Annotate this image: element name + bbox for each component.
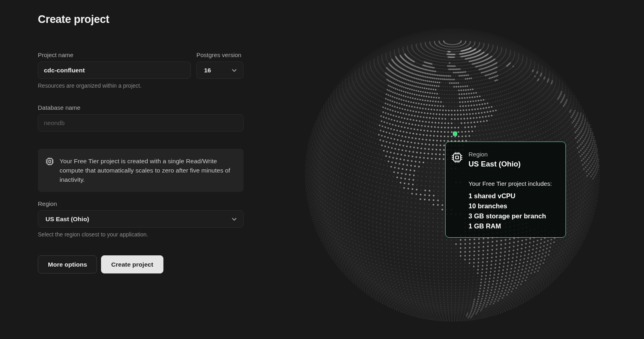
- includes-item: 1 shared vCPU: [469, 191, 558, 201]
- project-name-input[interactable]: [38, 62, 191, 79]
- create-project-panel: Create project Project name Postgres ver…: [38, 13, 244, 273]
- database-name-label: Database name: [38, 104, 244, 111]
- chevron-down-icon: [231, 67, 237, 74]
- includes-item: 10 branches: [469, 201, 558, 211]
- region-label: Region: [38, 200, 244, 207]
- free-tier-notice-text: Your Free Tier project is created with a…: [60, 156, 236, 184]
- create-project-button[interactable]: Create project: [101, 255, 163, 273]
- region-helper: Select the region closest to your applic…: [38, 231, 244, 238]
- free-tier-includes: Your Free Tier project includes: 1 share…: [469, 180, 558, 231]
- region-tooltip-card: Region US East (Ohio) Your Free Tier pro…: [445, 142, 566, 238]
- includes-list: 1 shared vCPU 10 branches 3 GB storage p…: [469, 191, 558, 231]
- database-name-input[interactable]: [38, 114, 244, 131]
- project-name-helper: Resources are organized within a project…: [38, 82, 244, 89]
- cpu-icon: [45, 157, 54, 166]
- region-card-value: US East (Ohio): [469, 159, 521, 169]
- includes-item: 3 GB storage per branch: [469, 211, 558, 221]
- chevron-down-icon: [231, 216, 237, 222]
- includes-title: Your Free Tier project includes:: [469, 180, 558, 187]
- includes-item: 1 GB RAM: [469, 221, 558, 231]
- cpu-icon: [451, 151, 463, 164]
- free-tier-notice: Your Free Tier project is created with a…: [38, 149, 244, 192]
- region-value: US East (Ohio): [45, 216, 89, 223]
- postgres-version-label: Postgres version: [196, 51, 244, 58]
- postgres-version-value: 16: [204, 67, 211, 74]
- region-card-label: Region: [469, 150, 521, 158]
- page-title: Create project: [38, 13, 244, 26]
- project-name-label: Project name: [38, 51, 191, 58]
- region-marker: [453, 131, 457, 136]
- postgres-version-select[interactable]: 16: [196, 62, 244, 79]
- region-select[interactable]: US East (Ohio): [38, 210, 244, 228]
- region-card-header: Region US East (Ohio): [451, 150, 558, 169]
- more-options-button[interactable]: More options: [38, 255, 97, 273]
